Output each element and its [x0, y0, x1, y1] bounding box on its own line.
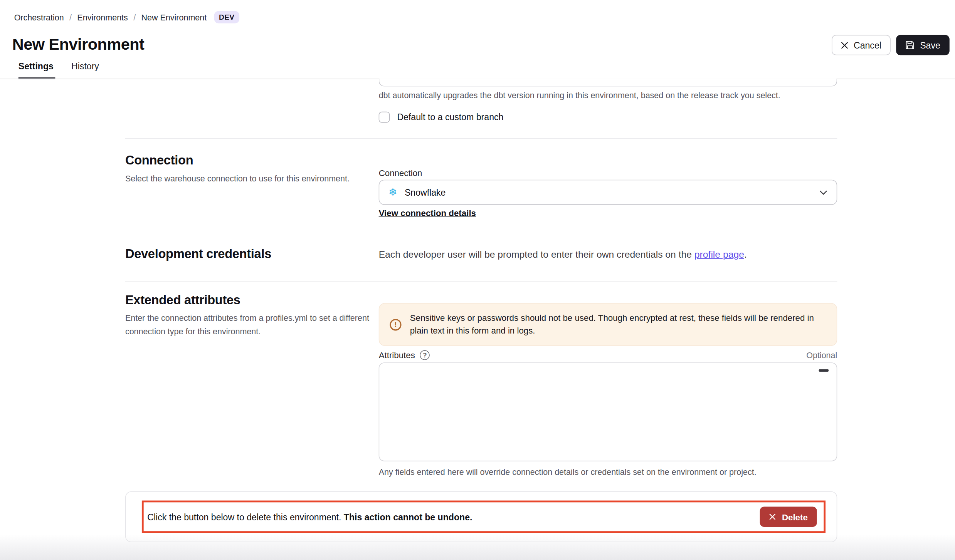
custom-branch-label: Default to a custom branch	[397, 112, 503, 122]
tab-history[interactable]: History	[71, 61, 101, 79]
release-track-input-partial[interactable]	[379, 79, 837, 87]
save-button-label: Save	[920, 40, 940, 50]
connection-description: Select the warehouse connection to use f…	[125, 173, 371, 186]
delete-warning-text: Click the button below to delete this en…	[147, 512, 472, 521]
dev-credentials-text-before: Each developer user will be prompted to …	[379, 249, 694, 260]
save-button[interactable]: Save	[896, 35, 950, 55]
breadcrumb-new-environment[interactable]: New Environment	[141, 13, 207, 22]
connection-heading: Connection	[125, 153, 193, 168]
breadcrumb-environments[interactable]: Environments	[77, 13, 128, 22]
collapse-handle-icon[interactable]	[819, 369, 829, 372]
sensitive-keys-warning: ! Sensitive keys or passwords should not…	[379, 303, 837, 346]
snowflake-icon: ❄	[388, 187, 397, 198]
view-connection-details-link[interactable]: View connection details	[379, 208, 476, 218]
warning-text: Sensitive keys or passwords should not b…	[410, 312, 826, 337]
page: Orchestration / Environments / New Envir…	[0, 0, 955, 560]
dev-credentials-heading: Development credentials	[125, 246, 271, 261]
delete-warning-bold: This action cannot be undone.	[344, 512, 472, 521]
close-icon	[841, 42, 848, 49]
attributes-label: Attributes	[379, 350, 415, 360]
breadcrumb: Orchestration / Environments / New Envir…	[14, 11, 239, 23]
extended-attributes-heading: Extended attributes	[125, 293, 240, 307]
extended-attributes-description: Enter the connection attributes from a p…	[125, 312, 370, 338]
custom-branch-row: Default to a custom branch	[379, 112, 504, 123]
connection-field-label: Connection	[379, 168, 422, 178]
custom-branch-checkbox[interactable]	[379, 112, 390, 123]
attributes-label-row: Attributes ? Optional	[379, 350, 837, 360]
dev-badge: DEV	[214, 11, 239, 23]
cancel-button[interactable]: Cancel	[832, 35, 891, 55]
close-icon	[769, 513, 776, 520]
delete-button[interactable]: Delete	[760, 506, 817, 527]
breadcrumb-orchestration[interactable]: Orchestration	[14, 13, 64, 22]
header-actions: Cancel Save	[832, 35, 950, 55]
breadcrumb-separator: /	[133, 13, 136, 22]
chevron-down-icon	[819, 190, 827, 195]
connection-select-value: Snowflake	[405, 188, 446, 197]
cancel-button-label: Cancel	[854, 40, 881, 50]
connection-select[interactable]: ❄ Snowflake	[379, 180, 837, 205]
profile-page-link[interactable]: profile page	[694, 249, 744, 260]
dev-credentials-text-after: .	[744, 249, 747, 260]
attributes-textarea[interactable]	[379, 363, 836, 461]
dev-credentials-text: Each developer user will be prompted to …	[379, 249, 747, 260]
delete-warning-normal: Click the button below to delete this en…	[147, 512, 344, 521]
delete-button-label: Delete	[782, 512, 808, 521]
warning-icon: !	[390, 319, 401, 330]
tab-bar: Settings History	[18, 61, 101, 79]
save-icon	[905, 40, 915, 50]
attributes-editor	[379, 362, 837, 461]
release-track-helper: dbt automatically upgrades the dbt versi…	[379, 91, 780, 100]
page-title: New Environment	[12, 35, 145, 54]
section-divider	[125, 281, 837, 282]
help-icon[interactable]: ?	[420, 350, 430, 360]
breadcrumb-separator: /	[69, 13, 72, 22]
tab-settings[interactable]: Settings	[18, 61, 55, 79]
section-divider	[125, 138, 837, 139]
delete-row-highlight: Click the button below to delete this en…	[142, 501, 826, 533]
optional-label: Optional	[806, 350, 837, 360]
attributes-helper: Any fields entered here will override co…	[379, 468, 757, 477]
